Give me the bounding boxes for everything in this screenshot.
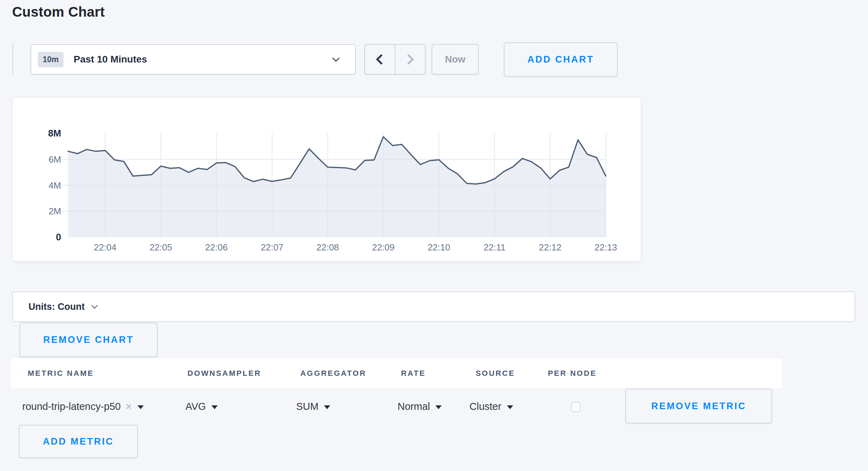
controls-left-rule	[12, 43, 13, 74]
time-range-badge: 10m	[38, 52, 64, 67]
chevron-right-icon	[403, 54, 414, 65]
chevron-down-icon	[332, 55, 340, 62]
chevron-left-icon	[376, 54, 386, 65]
now-button[interactable]: Now	[432, 44, 479, 75]
units-dropdown[interactable]: Units: Count	[12, 291, 855, 322]
page-title: Custom Chart	[12, 4, 105, 20]
metric-table-header: METRIC NAME DOWNSAMPLER AGGREGATOR RATE …	[11, 358, 782, 388]
add-metric-button[interactable]: ADD METRIC	[19, 425, 138, 458]
svg-text:22:09: 22:09	[372, 242, 394, 253]
svg-text:22:07: 22:07	[261, 242, 283, 253]
source-value: Cluster	[469, 401, 501, 412]
chart-card: 02M4M6M8M22:0422:0522:0622:0722:0822:092…	[12, 97, 641, 261]
custom-chart-page: Custom Chart 10m Past 10 Minutes Now ADD…	[0, 0, 868, 471]
svg-text:8M: 8M	[48, 128, 61, 139]
remove-chart-button[interactable]: REMOVE CHART	[19, 323, 158, 357]
metric-table-row: round-trip-latency-p50 × AVG SUM Normal …	[11, 388, 857, 424]
caret-down-icon	[507, 405, 513, 409]
time-pager-group	[364, 44, 426, 75]
column-header-downsampler: DOWNSAMPLER	[187, 358, 261, 388]
svg-text:22:13: 22:13	[594, 242, 617, 253]
svg-text:22:05: 22:05	[150, 242, 172, 253]
svg-text:22:08: 22:08	[316, 242, 339, 253]
prev-time-button[interactable]	[365, 45, 395, 74]
per-node-checkbox[interactable]	[571, 402, 581, 412]
source-select[interactable]: Cluster	[469, 388, 513, 424]
add-chart-button[interactable]: ADD CHART	[504, 42, 618, 77]
downsampler-select[interactable]: AVG	[185, 388, 218, 424]
caret-down-icon	[324, 405, 330, 409]
caret-down-icon	[137, 405, 144, 409]
svg-text:22:11: 22:11	[484, 242, 506, 253]
column-header-metric-name: METRIC NAME	[28, 358, 94, 388]
time-range-label: Past 10 Minutes	[74, 54, 147, 65]
svg-text:22:10: 22:10	[428, 242, 450, 253]
time-range-dropdown[interactable]: 10m Past 10 Minutes	[31, 44, 356, 75]
caret-down-icon	[211, 405, 218, 409]
caret-down-icon	[435, 405, 442, 409]
svg-text:22:12: 22:12	[539, 242, 561, 253]
rate-value: Normal	[398, 401, 430, 412]
column-header-aggregator: AGGREGATOR	[300, 358, 366, 388]
metric-name-select[interactable]: round-trip-latency-p50 ×	[22, 388, 144, 424]
metric-area-chart: 02M4M6M8M22:0422:0522:0622:0722:0822:092…	[12, 98, 641, 261]
downsampler-value: AVG	[185, 401, 206, 412]
chevron-down-icon	[91, 302, 98, 308]
remove-metric-button[interactable]: REMOVE METRIC	[625, 389, 772, 423]
svg-text:22:06: 22:06	[205, 242, 228, 253]
aggregator-select[interactable]: SUM	[296, 388, 330, 424]
svg-text:2M: 2M	[49, 206, 61, 216]
svg-text:22:04: 22:04	[94, 242, 116, 253]
svg-text:0: 0	[56, 232, 61, 242]
svg-text:4M: 4M	[49, 180, 61, 191]
aggregator-value: SUM	[296, 401, 318, 412]
rate-select[interactable]: Normal	[398, 388, 442, 424]
column-header-rate: RATE	[401, 358, 426, 388]
svg-text:6M: 6M	[49, 154, 61, 165]
next-time-button[interactable]	[395, 45, 425, 74]
units-label: Units: Count	[28, 301, 85, 312]
column-header-per-node: PER NODE	[548, 358, 597, 388]
metric-name-value: round-trip-latency-p50	[22, 401, 121, 412]
column-header-source: SOURCE	[476, 358, 515, 388]
clear-selection-icon[interactable]: ×	[126, 401, 132, 412]
